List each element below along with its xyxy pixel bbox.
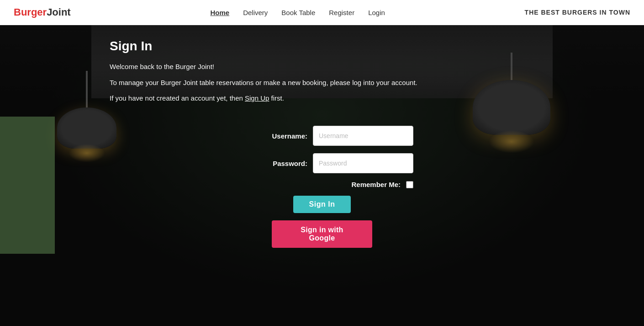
google-signin-button[interactable]: Sign in with Google bbox=[272, 220, 372, 248]
nav-home[interactable]: Home bbox=[210, 9, 229, 16]
logo-burger: Burger bbox=[14, 6, 47, 18]
nav-register[interactable]: Register bbox=[329, 9, 354, 16]
signin-button[interactable]: Sign In bbox=[293, 196, 351, 213]
signin-description: To manage your Burger Joint table reserv… bbox=[110, 78, 417, 88]
logo: BurgerJoint bbox=[14, 6, 71, 18]
remember-checkbox[interactable] bbox=[406, 181, 413, 188]
username-row: Username: bbox=[231, 126, 413, 146]
logo-joint: Joint bbox=[47, 6, 71, 18]
login-form: Username: Password: Remember Me: Sign In… bbox=[231, 126, 413, 248]
signin-text-block: Sign In Welcome back to the Burger Joint… bbox=[110, 39, 417, 109]
nav-links: Home Delivery Book Table Register Login bbox=[210, 9, 385, 16]
tagline: THE BEST BURGERS IN TOWN bbox=[525, 9, 630, 16]
nav-delivery[interactable]: Delivery bbox=[243, 9, 268, 16]
navbar: BurgerJoint Home Delivery Book Table Reg… bbox=[0, 0, 644, 25]
signup-link[interactable]: Sign Up bbox=[245, 94, 269, 102]
nav-book-table[interactable]: Book Table bbox=[281, 9, 315, 16]
signin-welcome: Welcome back to the Burger Joint! bbox=[110, 62, 417, 72]
username-input[interactable] bbox=[313, 126, 413, 146]
remember-row: Remember Me: bbox=[231, 181, 413, 188]
password-label: Password: bbox=[262, 160, 307, 167]
signin-heading: Sign In bbox=[110, 39, 417, 53]
password-row: Password: bbox=[231, 153, 413, 173]
username-label: Username: bbox=[262, 132, 307, 140]
main-content: Sign In Welcome back to the Burger Joint… bbox=[0, 25, 644, 326]
signin-signup-prompt: If you have not created an account yet, … bbox=[110, 93, 417, 104]
password-input[interactable] bbox=[313, 153, 413, 173]
nav-login[interactable]: Login bbox=[368, 9, 385, 16]
remember-label: Remember Me: bbox=[351, 181, 401, 188]
